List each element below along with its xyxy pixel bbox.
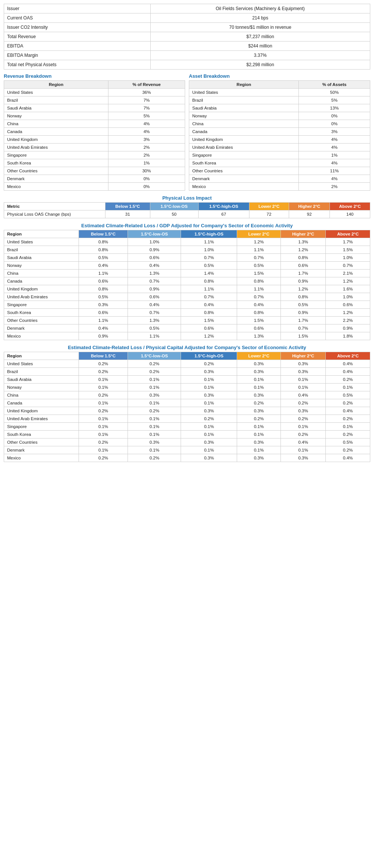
- revenue-value: 1%: [108, 159, 185, 167]
- row-value-0: 0.4%: [79, 324, 128, 332]
- info-row: EBITDA$244 million: [4, 41, 370, 51]
- revenue-region: United Kingdom: [4, 136, 108, 144]
- info-row: Total net Physical Assets$2,298 million: [4, 60, 370, 70]
- col-header-4: Higher 2°C: [280, 352, 326, 360]
- page: IssuerOil Fields Services (Machinery & E…: [0, 0, 374, 470]
- revenue-region: China: [4, 120, 108, 128]
- info-table: IssuerOil Fields Services (Machinery & E…: [4, 4, 370, 70]
- assets-row: Mexico2%: [189, 183, 370, 191]
- table-row: Canada0.6%0.7%0.8%0.8%0.9%1.2%: [4, 277, 370, 285]
- row-value-0: 0.9%: [79, 332, 128, 340]
- revenue-row: Brazil7%: [4, 96, 185, 104]
- table-row: United States0.2%0.2%0.2%0.3%0.3%0.4%: [4, 360, 370, 368]
- row-value-0: 0.1%: [79, 384, 128, 391]
- col-header-5: Above 2°C: [326, 230, 370, 238]
- row-value-4: 0.1%: [280, 423, 326, 431]
- table-row: United Kingdom0.8%0.9%1.1%1.1%1.2%1.6%: [4, 285, 370, 293]
- col-header-region: Region: [4, 352, 79, 360]
- info-row: EBITDA Margin3.37%: [4, 51, 370, 60]
- climate-physical-title: Estimated Climate-Related Loss / Physica…: [4, 345, 370, 350]
- revenue-value: 7%: [108, 96, 185, 104]
- assets-region: Norway: [189, 112, 299, 120]
- table-row: South Korea0.6%0.7%0.8%0.8%0.9%1.2%: [4, 309, 370, 317]
- revenue-row: Canada4%: [4, 128, 185, 136]
- row-label: South Korea: [4, 309, 79, 317]
- row-value-5: 0.9%: [326, 324, 370, 332]
- physical-loss-title: Physical Loss Impact: [4, 195, 370, 201]
- row-value-2: 0.7%: [181, 254, 237, 262]
- row-value-4: 0.7%: [280, 324, 326, 332]
- row-value-1: 1.3%: [128, 317, 181, 324]
- row-label: Other Countries: [4, 317, 79, 324]
- row-value-3: 0.6%: [237, 324, 281, 332]
- revenue-row: Mexico0%: [4, 183, 185, 191]
- row-value-0: 0.2%: [79, 391, 128, 399]
- assets-value: 0%: [299, 120, 370, 128]
- col-header-2: 1.5°C-high-OS: [181, 352, 237, 360]
- row-value-3: 0.3%: [237, 360, 281, 368]
- row-value-1: 0.1%: [128, 399, 181, 407]
- row-label: Denmark: [4, 324, 79, 332]
- row-value-1: 0.1%: [128, 431, 181, 438]
- row-value-0: 0.2%: [79, 360, 128, 368]
- assets-region: Canada: [189, 128, 299, 136]
- row-value-0: 0.8%: [79, 246, 128, 254]
- row-value-2: 1.2%: [181, 332, 237, 340]
- row-value-5: 0.5%: [326, 391, 370, 399]
- row-value-5: 1.7%: [326, 238, 370, 246]
- row-value-0: 0.2%: [79, 438, 128, 446]
- row-value-3: 0.1%: [237, 376, 281, 384]
- row-value-1: 0.9%: [128, 246, 181, 254]
- assets-row: Brazil5%: [189, 96, 370, 104]
- row-value-5: 0.6%: [326, 301, 370, 309]
- row-label: Mexico: [4, 454, 79, 462]
- assets-region: China: [189, 120, 299, 128]
- revenue-region: United States: [4, 89, 108, 96]
- revenue-row: Singapore2%: [4, 151, 185, 159]
- revenue-value: 2%: [108, 144, 185, 151]
- row-value-3: 72: [249, 210, 289, 218]
- assets-row: Saudi Arabia13%: [189, 104, 370, 112]
- revenue-region: Brazil: [4, 96, 108, 104]
- row-value-4: 0.5%: [280, 301, 326, 309]
- info-value: $2,298 million: [150, 60, 370, 70]
- row-value-4: 0.9%: [280, 277, 326, 285]
- row-value-2: 0.3%: [181, 438, 237, 446]
- revenue-value: 5%: [108, 112, 185, 120]
- table-row: China1.1%1.3%1.4%1.5%1.7%2.1%: [4, 270, 370, 277]
- row-label: Saudi Arabia: [4, 376, 79, 384]
- assets-value: 4%: [299, 136, 370, 144]
- info-label: Current OAS: [4, 13, 151, 23]
- row-value-3: 0.2%: [237, 399, 281, 407]
- row-value-0: 0.2%: [79, 454, 128, 462]
- info-label: EBITDA Margin: [4, 51, 151, 60]
- info-label: Issuer: [4, 4, 151, 13]
- row-value-5: 140: [330, 210, 370, 218]
- row-value-4: 0.4%: [280, 391, 326, 399]
- row-value-4: 1.7%: [280, 317, 326, 324]
- row-value-3: 0.7%: [237, 293, 281, 301]
- row-value-4: 0.6%: [280, 262, 326, 270]
- assets-value: 2%: [299, 183, 370, 191]
- row-value-1: 0.6%: [128, 254, 181, 262]
- row-value-0: 0.1%: [79, 423, 128, 431]
- row-value-4: 0.3%: [280, 368, 326, 376]
- revenue-row: Saudi Arabia7%: [4, 104, 185, 112]
- row-value-0: 1.1%: [79, 317, 128, 324]
- revenue-value: 3%: [108, 136, 185, 144]
- row-label: Physical Loss OAS Change (bps): [4, 210, 105, 218]
- row-value-0: 0.6%: [79, 309, 128, 317]
- row-value-0: 0.2%: [79, 407, 128, 415]
- table-row: Singapore0.1%0.1%0.1%0.1%0.1%0.1%: [4, 423, 370, 431]
- table-row: Singapore0.3%0.4%0.4%0.4%0.5%0.6%: [4, 301, 370, 309]
- assets-value: 13%: [299, 104, 370, 112]
- row-value-5: 0.2%: [326, 376, 370, 384]
- assets-row: United Arab Emirates4%: [189, 144, 370, 151]
- row-value-2: 0.3%: [181, 391, 237, 399]
- row-value-2: 0.1%: [181, 446, 237, 454]
- table-row: United Kingdom0.2%0.2%0.3%0.3%0.3%0.4%: [4, 407, 370, 415]
- assets-table: Region % of Assets United States50%Brazi…: [189, 80, 370, 191]
- row-value-1: 0.5%: [128, 324, 181, 332]
- row-value-2: 1.4%: [181, 270, 237, 277]
- row-value-0: 0.5%: [79, 254, 128, 262]
